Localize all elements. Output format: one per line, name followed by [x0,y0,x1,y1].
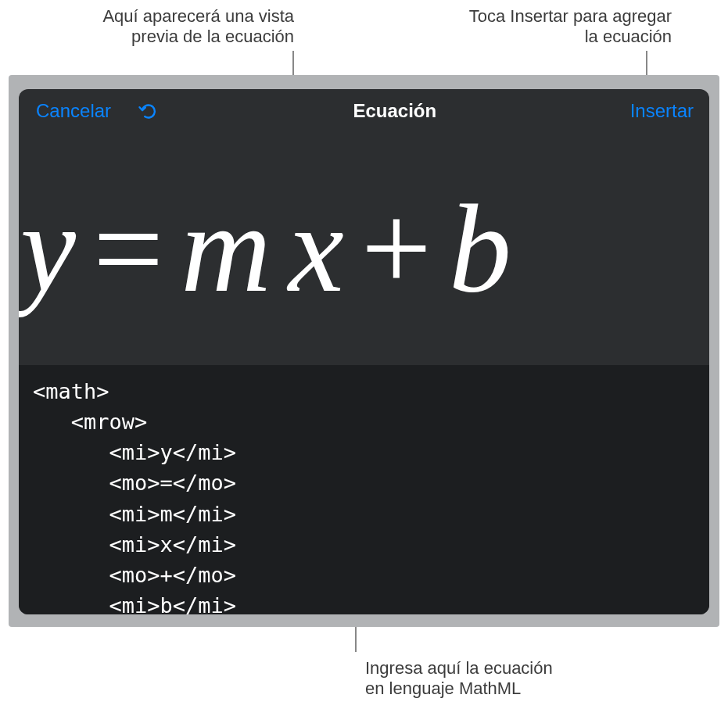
eq-var-m: m [181,177,274,321]
callout-text: la ecuación [585,27,672,46]
eq-op-plus: + [347,177,449,321]
editor-line: <math> [33,379,109,403]
callout-text: en lenguaje MathML [365,679,521,698]
editor-line: <mi>b</mi> [33,593,236,614]
equation-preview: y = m x + b [19,133,709,365]
insert-button[interactable]: Insertar [630,100,694,122]
callout-preview: Aquí aparecerá una vista previa de la ec… [102,6,294,48]
mathml-editor[interactable]: <math> <mrow> <mi>y</mi> <mo>=</mo> <mi>… [19,365,709,614]
editor-line: <mrow> [33,410,147,434]
eq-var-y: y [20,177,79,321]
titlebar-left: Cancelar [36,100,160,122]
callout-text: Aquí aparecerá una vista [102,6,294,26]
callout-insert: Toca Insertar para agregar la ecuación [469,6,672,48]
editor-line: <mi>x</mi> [33,532,236,557]
eq-op-equals: = [79,177,181,321]
eq-var-x: x [289,177,347,321]
callout-text: previa de la ecuación [131,27,294,46]
cancel-button[interactable]: Cancelar [36,100,111,122]
undo-icon[interactable] [138,100,160,122]
editor-line: <mi>m</mi> [33,502,236,526]
editor-line: <mo>=</mo> [33,471,236,495]
editor-line: <mi>y</mi> [33,440,236,464]
callout-text: Ingresa aquí la ecuación [365,658,553,678]
titlebar: Cancelar Ecuación Insertar [19,89,709,133]
equation-panel: Cancelar Ecuación Insertar y = m x + [19,89,709,614]
eq-var-b: b [449,177,515,321]
editor-line: <mo>+</mo> [33,563,236,587]
equation-rendered: y = m x + b [20,177,515,321]
page-title: Ecuación [353,100,436,122]
device-frame: Cancelar Ecuación Insertar y = m x + [9,75,719,627]
callout-text: Toca Insertar para agregar [469,6,672,26]
callout-editor: Ingresa aquí la ecuación en lenguaje Mat… [365,658,553,700]
